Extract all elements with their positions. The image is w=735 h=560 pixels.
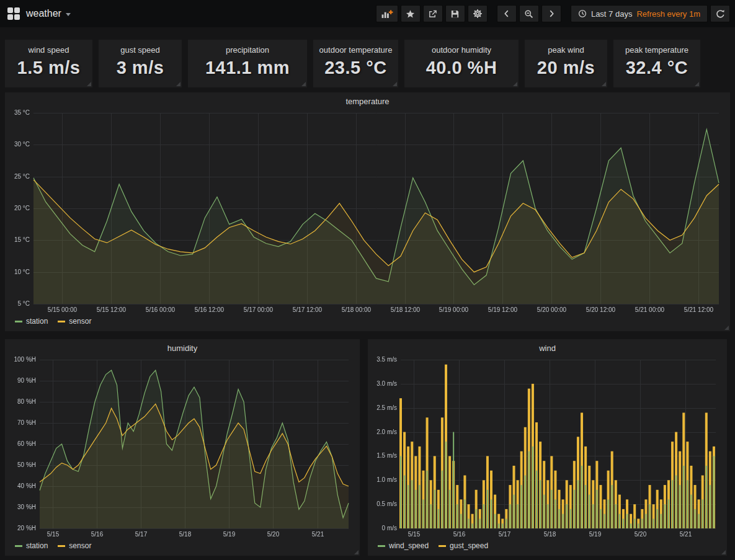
legend-label: gust_speed: [450, 541, 488, 550]
panel-resize-handle[interactable]: [724, 326, 729, 330]
refresh-icon: [716, 9, 725, 19]
panel-title[interactable]: wind: [374, 342, 721, 355]
stat-label[interactable]: peak wind: [525, 45, 607, 55]
wind-chart[interactable]: [374, 355, 721, 540]
logo-square: [14, 14, 20, 20]
stat-panel-peak-wind: peak wind 20 m/s: [525, 40, 607, 87]
star-button[interactable]: [401, 5, 421, 22]
stat-panel-outdoor-humidity: outdoor humidity 40.0 %H: [404, 40, 519, 87]
legend-item-station[interactable]: station: [15, 317, 48, 326]
stat-value: 40.0 %H: [404, 58, 519, 78]
settings-button[interactable]: [468, 5, 488, 22]
legend-swatch: [58, 545, 65, 547]
legend-label: station: [26, 317, 48, 326]
stat-value: 23.5 °C: [313, 58, 398, 78]
panel-title[interactable]: humidity: [11, 342, 354, 355]
save-icon: [450, 9, 460, 19]
logo-square: [14, 7, 20, 13]
grafana-logo[interactable]: [7, 7, 20, 20]
humidity-chart[interactable]: [11, 355, 354, 540]
stat-panel-precipitation: precipitation 141.1 mm: [188, 40, 307, 87]
stat-value: 20 m/s: [525, 58, 607, 78]
chart-legend: stationsensor: [11, 315, 724, 327]
chevron-left-icon: [502, 9, 511, 18]
legend-label: sensor: [69, 317, 91, 326]
zoom-out-button[interactable]: [519, 5, 539, 22]
stat-label[interactable]: precipitation: [188, 45, 307, 55]
clock-icon: [578, 9, 587, 18]
star-icon: [406, 9, 415, 19]
legend-swatch: [378, 545, 385, 547]
stat-panel-wind-speed: wind speed 1.5 m/s: [5, 40, 92, 87]
chevron-right-icon: [547, 9, 556, 18]
share-icon: [428, 9, 437, 19]
time-range-label: Last 7 days: [591, 9, 633, 19]
temperature-chart[interactable]: [11, 108, 724, 315]
dashboard-title-menu[interactable]: weather: [26, 8, 71, 19]
chevron-down-icon: [66, 13, 71, 16]
stat-value: 32.4 °C: [613, 58, 700, 78]
stat-label[interactable]: wind speed: [5, 45, 92, 55]
panel-resize-handle[interactable]: [721, 550, 726, 554]
dashboard-title: weather: [26, 8, 61, 19]
stat-value: 3 m/s: [99, 58, 182, 78]
legend-swatch: [58, 321, 65, 322]
stat-value: 141.1 mm: [188, 58, 307, 78]
navbar: weather: [0, 0, 735, 27]
chart-legend: stationsensor: [11, 540, 354, 552]
stat-label[interactable]: outdoor temperature: [313, 45, 398, 55]
panel-resize-handle[interactable]: [354, 550, 359, 554]
legend-swatch: [15, 321, 22, 322]
legend-label: wind_speed: [389, 541, 429, 550]
add-panel-icon: [381, 9, 393, 19]
stats-row: wind speed 1.5 m/s gust speed 3 m/s prec…: [5, 40, 730, 87]
panel-resize-handle[interactable]: [87, 82, 91, 86]
stat-label[interactable]: gust speed: [99, 45, 182, 55]
legend-item-station[interactable]: station: [15, 541, 48, 550]
panel-resize-handle[interactable]: [513, 82, 517, 86]
wind-panel: wind wind_speedgust_speed: [368, 339, 727, 556]
time-range-button[interactable]: Last 7 days Refresh every 1m: [571, 5, 708, 22]
stat-panel-gust-speed: gust speed 3 m/s: [99, 40, 182, 87]
stat-label[interactable]: outdoor humidity: [404, 45, 519, 55]
legend-item-wind_speed[interactable]: wind_speed: [378, 541, 429, 550]
panel-title[interactable]: temperature: [11, 96, 724, 108]
legend-item-sensor[interactable]: sensor: [58, 317, 91, 326]
refresh-interval-label: Refresh every 1m: [636, 9, 700, 19]
legend-label: sensor: [69, 541, 91, 550]
stat-panel-outdoor-temperature: outdoor temperature 23.5 °C: [313, 40, 398, 87]
logo-square: [7, 7, 13, 13]
add-panel-button[interactable]: [376, 5, 398, 22]
time-forward-button[interactable]: [541, 5, 561, 22]
legend-item-gust_speed[interactable]: gust_speed: [439, 541, 488, 550]
legend-swatch: [15, 545, 22, 547]
panel-resize-handle[interactable]: [695, 82, 699, 86]
stat-value: 1.5 m/s: [5, 58, 92, 78]
panel-resize-handle[interactable]: [301, 82, 306, 86]
zoom-out-icon: [524, 9, 533, 19]
legend-item-sensor[interactable]: sensor: [58, 541, 91, 550]
humidity-panel: humidity stationsensor: [5, 339, 360, 556]
panel-resize-handle[interactable]: [176, 82, 180, 86]
legend-swatch: [439, 545, 446, 547]
gear-icon: [473, 9, 483, 19]
save-button[interactable]: [445, 5, 465, 22]
panel-resize-handle[interactable]: [393, 82, 397, 86]
legend-label: station: [26, 541, 48, 550]
temperature-panel: temperature stationsensor: [5, 92, 730, 331]
share-button[interactable]: [423, 5, 443, 22]
logo-square: [7, 14, 13, 20]
panel-resize-handle[interactable]: [602, 82, 606, 86]
refresh-button[interactable]: [710, 5, 730, 22]
time-back-button[interactable]: [497, 5, 517, 22]
stat-label[interactable]: peak temperature: [613, 45, 700, 55]
chart-legend: wind_speedgust_speed: [374, 540, 721, 552]
stat-panel-peak-temperature: peak temperature 32.4 °C: [613, 40, 700, 87]
